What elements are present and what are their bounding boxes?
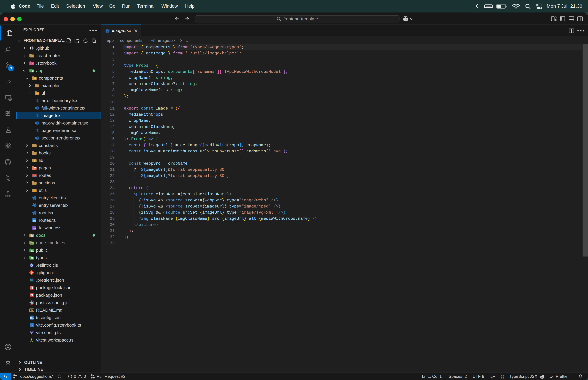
svg-text:JS: JS: [31, 242, 33, 244]
svg-text:TS: TS: [33, 220, 36, 222]
svg-text:css: css: [33, 227, 36, 229]
svg-text:TS: TS: [30, 324, 33, 327]
svg-text:TS: TS: [31, 257, 33, 259]
svg-text:S: S: [32, 63, 33, 64]
